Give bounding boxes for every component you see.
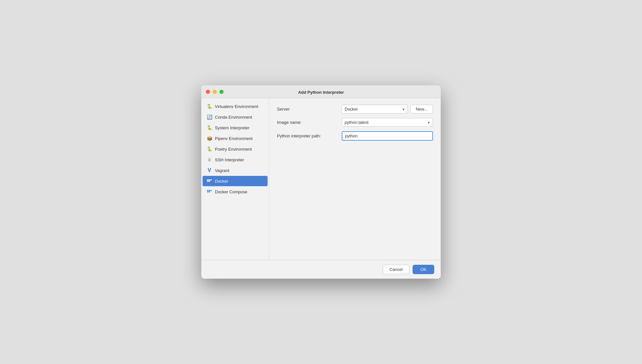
- dialog-footer: Cancel OK: [201, 260, 441, 279]
- sidebar-item-docker[interactable]: Docker: [203, 176, 268, 186]
- sidebar-item-pipenv[interactable]: 📦 Pipenv Environment: [203, 133, 268, 144]
- sidebar-item-ssh[interactable]: 🖥 SSH Interpreter: [203, 155, 268, 165]
- image-name-input[interactable]: [342, 118, 433, 127]
- sidebar-item-label-conda: Conda Environment: [215, 115, 252, 120]
- sidebar-item-label-virtualenv: Virtualenv Environment: [215, 104, 258, 109]
- docker-compose-icon: [206, 189, 212, 195]
- image-name-row: Image name: ▼: [277, 118, 433, 127]
- server-select[interactable]: Docker Docker Machine: [342, 105, 408, 113]
- dialog-body: 🐍 Virtualenv Environment 🔄 Conda Environ…: [201, 98, 441, 260]
- svg-rect-0: [207, 179, 208, 180]
- svg-rect-7: [209, 191, 210, 192]
- close-button[interactable]: [206, 90, 210, 94]
- maximize-button[interactable]: [219, 90, 224, 94]
- system-icon: 🐍: [206, 125, 212, 131]
- title-bar: Add Python Interpreter: [201, 85, 441, 98]
- add-python-interpreter-dialog: Add Python Interpreter 🐍 Virtualenv Envi…: [201, 85, 441, 279]
- main-content: Server: Docker Docker Machine ▼ New... I…: [269, 98, 441, 260]
- minimize-button[interactable]: [213, 90, 217, 94]
- python-path-form-control: [342, 131, 433, 141]
- sidebar-item-label-pipenv: Pipenv Environment: [215, 136, 252, 141]
- server-label: Server:: [277, 107, 342, 112]
- docker-icon: [206, 178, 212, 184]
- python-path-label: Python interpreter path:: [277, 134, 342, 138]
- svg-rect-8: [210, 190, 212, 191]
- svg-rect-1: [209, 179, 210, 180]
- svg-rect-6: [209, 190, 210, 191]
- image-name-form-control: ▼: [342, 118, 433, 127]
- sidebar: 🐍 Virtualenv Environment 🔄 Conda Environ…: [201, 98, 269, 260]
- dialog-title: Add Python Interpreter: [298, 90, 344, 95]
- ok-button[interactable]: OK: [413, 265, 434, 274]
- sidebar-item-system[interactable]: 🐍 System Interpreter: [203, 123, 268, 133]
- svg-rect-2: [209, 181, 210, 182]
- python-path-row: Python interpreter path:: [277, 131, 433, 141]
- server-select-wrapper: Docker Docker Machine ▼: [342, 105, 408, 113]
- window-controls: [206, 90, 224, 94]
- server-form-control: Docker Docker Machine ▼ New...: [342, 105, 433, 113]
- sidebar-item-label-ssh: SSH Interpreter: [215, 157, 244, 162]
- sidebar-item-poetry[interactable]: 🐍 Poetry Environment: [203, 144, 268, 154]
- sidebar-item-virtualenv[interactable]: 🐍 Virtualenv Environment: [203, 101, 268, 112]
- vagrant-icon: V: [206, 167, 212, 173]
- virtualenv-icon: 🐍: [206, 103, 212, 109]
- image-name-wrapper: ▼: [342, 118, 433, 127]
- new-server-button[interactable]: New...: [410, 105, 433, 113]
- sidebar-item-label-poetry: Poetry Environment: [215, 147, 252, 152]
- sidebar-item-label-vagrant: Vagrant: [215, 168, 229, 173]
- python-path-input[interactable]: [342, 131, 433, 141]
- server-row: Server: Docker Docker Machine ▼ New...: [277, 105, 433, 113]
- sidebar-item-vagrant[interactable]: V Vagrant: [203, 165, 268, 176]
- cancel-button[interactable]: Cancel: [383, 265, 409, 274]
- ssh-icon: 🖥: [206, 157, 212, 163]
- sidebar-item-label-docker-compose: Docker Compose: [215, 189, 247, 194]
- sidebar-item-label-system: System Interpreter: [215, 125, 249, 130]
- image-name-label: Image name:: [277, 120, 342, 125]
- svg-rect-9: [207, 191, 208, 192]
- poetry-icon: 🐍: [206, 146, 212, 152]
- sidebar-item-conda[interactable]: 🔄 Conda Environment: [203, 112, 268, 122]
- svg-rect-3: [210, 179, 212, 180]
- sidebar-item-label-docker: Docker: [215, 179, 228, 184]
- svg-rect-5: [207, 190, 208, 191]
- svg-rect-4: [207, 181, 208, 182]
- sidebar-item-docker-compose[interactable]: Docker Compose: [203, 187, 268, 197]
- conda-icon: 🔄: [206, 114, 212, 120]
- pipenv-icon: 📦: [206, 135, 212, 141]
